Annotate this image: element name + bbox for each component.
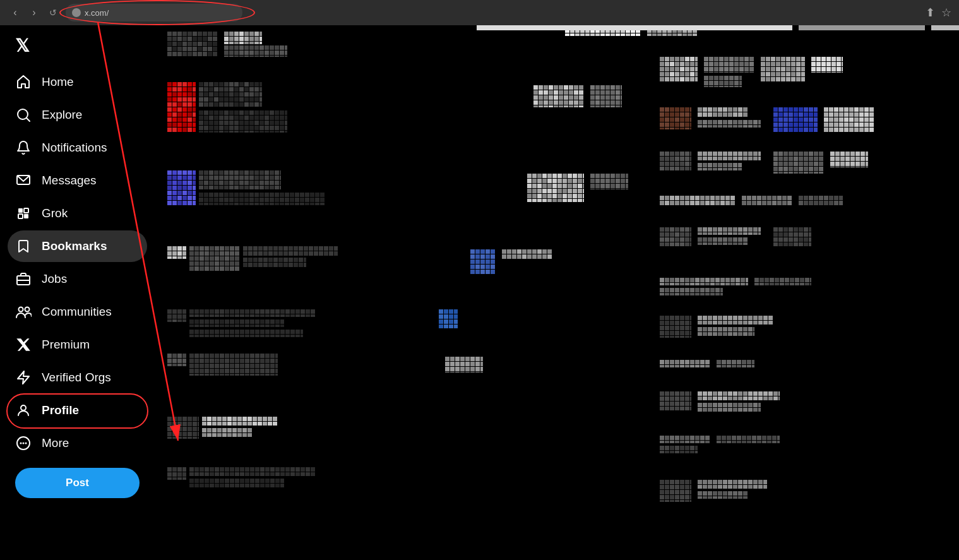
site-favicon: [72, 8, 81, 17]
svg-rect-6: [24, 214, 28, 218]
main-layout: 𝕏 Home Explore: [0, 25, 959, 560]
sidebar-item-premium[interactable]: Premium: [8, 329, 147, 360]
explore-label: Explore: [42, 108, 82, 122]
sidebar-item-jobs[interactable]: Jobs: [8, 263, 147, 295]
verified-orgs-label: Verified Orgs: [42, 371, 111, 384]
svg-point-12: [21, 405, 26, 410]
forward-button[interactable]: ›: [27, 5, 42, 20]
svg-line-1: [27, 118, 30, 121]
verified-orgs-icon: [15, 369, 32, 386]
sidebar: 𝕏 Home Explore: [0, 25, 155, 560]
grok-label: Grok: [42, 206, 68, 220]
blurred-feed-canvas: [155, 25, 959, 560]
svg-rect-4: [24, 208, 28, 213]
messages-label: Messages: [42, 174, 97, 188]
browser-right-icons: ⬆ ☆: [926, 6, 951, 20]
x-logo-container[interactable]: 𝕏: [8, 28, 147, 64]
explore-icon: [15, 107, 32, 123]
share-icon[interactable]: ⬆: [926, 6, 935, 20]
sidebar-item-grok[interactable]: Grok: [8, 198, 147, 229]
sidebar-item-explore[interactable]: Explore: [8, 99, 147, 131]
premium-icon: [15, 337, 32, 353]
sidebar-item-more[interactable]: More: [8, 427, 147, 459]
sidebar-item-messages[interactable]: Messages: [8, 165, 147, 196]
post-button[interactable]: Post: [15, 468, 140, 498]
profile-oval-wrapper: Profile: [8, 395, 147, 427]
jobs-icon: [15, 271, 32, 287]
more-label: More: [42, 436, 69, 450]
svg-point-14: [20, 443, 22, 444]
browser-chrome: ‹ › ↺ x.com/ ⬆ ☆: [0, 0, 959, 25]
jobs-label: Jobs: [42, 272, 67, 286]
url-text[interactable]: x.com/: [85, 8, 109, 18]
bell-icon: [15, 140, 32, 156]
grok-icon: [15, 205, 32, 222]
communities-label: Communities: [42, 305, 112, 319]
more-icon: [15, 435, 32, 451]
svg-rect-5: [18, 214, 23, 218]
svg-rect-3: [18, 208, 23, 213]
address-bar-container: x.com/: [66, 4, 242, 21]
bookmark-star-icon[interactable]: ☆: [941, 6, 951, 20]
communities-icon: [15, 304, 32, 320]
home-icon: [15, 74, 32, 90]
svg-point-16: [25, 443, 27, 444]
premium-label: Premium: [42, 338, 90, 352]
reload-button[interactable]: ↺: [45, 5, 61, 20]
address-bar[interactable]: x.com/: [66, 4, 242, 21]
main-content: [155, 25, 959, 560]
bookmarks-icon: [15, 238, 32, 254]
browser-nav: ‹ › ↺: [8, 5, 61, 20]
bookmarks-label: Bookmarks: [42, 239, 107, 253]
svg-point-15: [23, 443, 25, 444]
svg-point-10: [25, 307, 30, 312]
back-button[interactable]: ‹: [8, 5, 23, 20]
messages-icon: [15, 172, 32, 189]
sidebar-item-home[interactable]: Home: [8, 66, 147, 98]
notifications-label: Notifications: [42, 141, 107, 155]
home-label: Home: [42, 75, 74, 89]
x-logo: 𝕏: [15, 35, 30, 56]
profile-icon: [15, 402, 32, 419]
sidebar-item-bookmarks[interactable]: Bookmarks: [8, 230, 147, 262]
sidebar-item-notifications[interactable]: Notifications: [8, 132, 147, 164]
sidebar-item-verified-orgs[interactable]: Verified Orgs: [8, 362, 147, 393]
svg-marker-11: [18, 371, 29, 384]
profile-label: Profile: [42, 403, 79, 417]
sidebar-item-communities[interactable]: Communities: [8, 296, 147, 328]
sidebar-item-profile[interactable]: Profile: [8, 395, 147, 426]
svg-point-9: [19, 307, 23, 312]
